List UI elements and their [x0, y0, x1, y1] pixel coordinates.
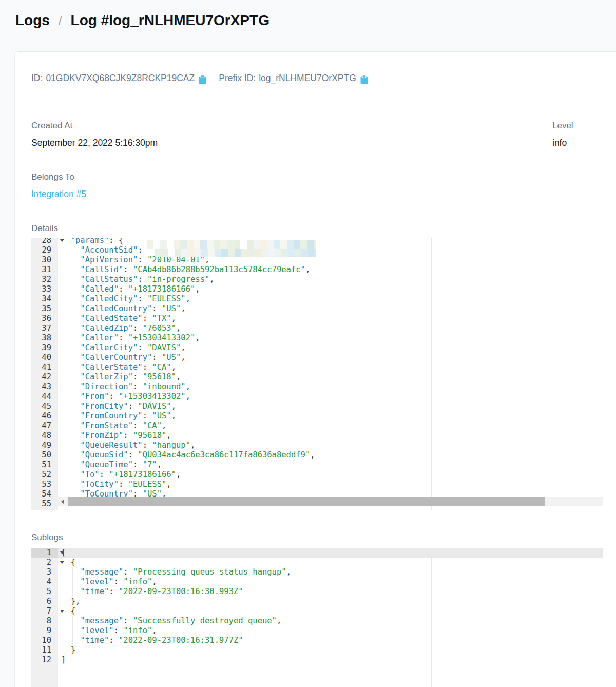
code-line: "FromCity": "DAVIS", [58, 402, 603, 411]
code-row: 11 } [31, 645, 603, 655]
line-number: 41 [31, 362, 58, 372]
code-row: 40 "CallerCountry": "US", [31, 353, 603, 362]
code-line: "CallerCountry": "US", [58, 353, 603, 362]
details-json-editor[interactable]: 28 "params": {29 "AccountSid": "30 "ApiV… [31, 238, 603, 510]
integration-link[interactable]: Integration #5 [31, 189, 86, 199]
code-line: "CalledZip": "76053", [58, 323, 603, 333]
sublogs-code-rows: 1[2 {3 "message": "Processing queus stat… [31, 548, 603, 665]
code-line: "From": "+15303413302", [58, 392, 603, 402]
fold-arrow-icon[interactable] [60, 561, 64, 564]
line-number: 33 [31, 284, 58, 294]
line-number: 11 [31, 645, 58, 655]
code-line: "QueueResult": "hangup", [58, 441, 603, 450]
code-row: 3 "message": "Processing queus status ha… [31, 567, 603, 577]
line-number: 44 [31, 392, 58, 402]
code-row: 48 "FromZip": "95618", [31, 431, 603, 441]
sublogs-json-editor[interactable]: 1[2 {3 "message": "Processing queus stat… [31, 548, 603, 687]
line-number: 1 [31, 548, 58, 558]
code-row: 33 "Called": "+18173186166", [31, 284, 603, 294]
code-line: "CallerCity": "DAVIS", [58, 343, 603, 353]
code-row: 44 "From": "+15303413302", [31, 392, 603, 402]
fold-arrow-icon[interactable] [60, 551, 64, 554]
line-number: 30 [31, 255, 58, 265]
code-line: "time": "2022-09-23T00:16:30.993Z" [58, 587, 603, 597]
line-number: 42 [31, 372, 58, 382]
code-row: 30 "ApiVersion": "2010-04-01", [31, 255, 603, 265]
redacted-value-mosaic [147, 240, 316, 249]
line-number: 53 [31, 480, 58, 489]
code-line: "Caller": "+15303413302", [58, 333, 603, 343]
code-row: 53 "ToCity": "EULESS", [31, 480, 603, 489]
code-line: "message": "Processing queus status hang… [58, 567, 603, 577]
code-line: "AccountSid": " [58, 245, 603, 255]
code-row: 41 "CallerState": "CA", [31, 362, 603, 372]
page-title: Log #log_rNLHMEU7OrXPTG [71, 12, 270, 29]
line-number: 36 [31, 314, 58, 323]
line-number: 4 [31, 577, 58, 587]
line-number: 52 [31, 470, 58, 480]
details-label: Details [31, 223, 603, 234]
meta-row: Created At September 22, 2022 5:16:30pm … [31, 121, 603, 148]
line-number: 37 [31, 323, 58, 333]
copy-id-clipboard-icon[interactable] [199, 75, 206, 84]
line-number: 55 [31, 499, 58, 509]
code-line: "CalledCity": "EULESS", [58, 294, 603, 304]
code-line: "QueueTime": "7", [58, 460, 603, 470]
id-label: ID: [31, 73, 43, 84]
copy-prefix-id-clipboard-icon[interactable] [360, 75, 368, 84]
code-row: 1[ [31, 548, 603, 558]
line-number: 48 [31, 431, 58, 441]
code-row: 32 "CallStatus": "in-progress", [31, 275, 603, 284]
code-row: 34 "CalledCity": "EULESS", [31, 294, 603, 304]
code-line: { [58, 606, 603, 616]
code-row: 42 "CallerZip": "95618", [31, 372, 603, 382]
code-line: "CallSid": "CAb4db86b288b592ba113c5784cc… [58, 265, 603, 275]
code-row: 38 "Caller": "+15303413302", [31, 333, 603, 343]
line-number: 3 [31, 567, 58, 577]
line-number: 29 [31, 245, 58, 255]
fold-arrow-icon[interactable] [60, 239, 64, 242]
code-line: "To": "+18173186166", [58, 470, 603, 480]
belongs-to-label: Belongs To [31, 172, 603, 182]
breadcrumb: Logs / Log #log_rNLHMEU7OrXPTG [15, 12, 270, 29]
created-at-value: September 22, 2022 5:16:30pm [31, 138, 158, 148]
scrollbar-thumb[interactable] [68, 497, 545, 506]
breadcrumb-logs-link[interactable]: Logs [15, 12, 50, 29]
code-line: "level": "info", [58, 577, 603, 587]
line-number: 40 [31, 353, 58, 362]
line-number: 9 [31, 626, 58, 636]
belongs-to-field: Belongs To Integration #5 [31, 172, 603, 200]
line-number: 5 [31, 587, 58, 597]
line-number: 7 [31, 606, 58, 616]
fold-arrow-icon[interactable] [60, 610, 64, 613]
code-line: "level": "info", [58, 626, 603, 636]
line-number: 34 [31, 294, 58, 304]
code-line: } [58, 645, 603, 655]
code-line: "Called": "+18173186166", [58, 284, 603, 294]
code-line: "params": { [58, 238, 603, 245]
code-line: "QueueSid": "QU034ac4ac6e3ca86c117fa8636… [58, 450, 603, 460]
code-row: 39 "CallerCity": "DAVIS", [31, 343, 603, 353]
code-row: 45 "FromCity": "DAVIS", [31, 402, 603, 411]
created-at-field: Created At September 22, 2022 5:16:30pm [31, 121, 158, 148]
line-number: 50 [31, 450, 58, 460]
horizontal-scrollbar[interactable] [58, 497, 603, 506]
code-line: "ToCity": "EULESS", [58, 480, 603, 489]
code-row: 35 "CalledCountry": "US", [31, 304, 603, 314]
code-line: ] [58, 655, 603, 665]
code-line: "ApiVersion": "2010-04-01", [58, 255, 603, 265]
line-number: 38 [31, 333, 58, 343]
code-line: "CallerState": "CA", [58, 362, 603, 372]
line-number: 35 [31, 304, 58, 314]
line-number: 39 [31, 343, 58, 353]
code-line: [ [58, 548, 603, 558]
id-value: 01GDKV7XQ68CJK9Z8RCKP19CAZ [46, 73, 195, 84]
breadcrumb-separator: / [59, 13, 62, 28]
code-row: 37 "CalledZip": "76053", [31, 323, 603, 333]
print-margin-line [431, 238, 432, 510]
code-row: 12] [31, 655, 603, 665]
code-line: "message": "Successfully destroyed queue… [58, 616, 603, 626]
line-number: 46 [31, 411, 58, 421]
code-line: "Direction": "inbound", [58, 382, 603, 392]
scrollbar-left-arrow-icon[interactable] [58, 497, 67, 506]
